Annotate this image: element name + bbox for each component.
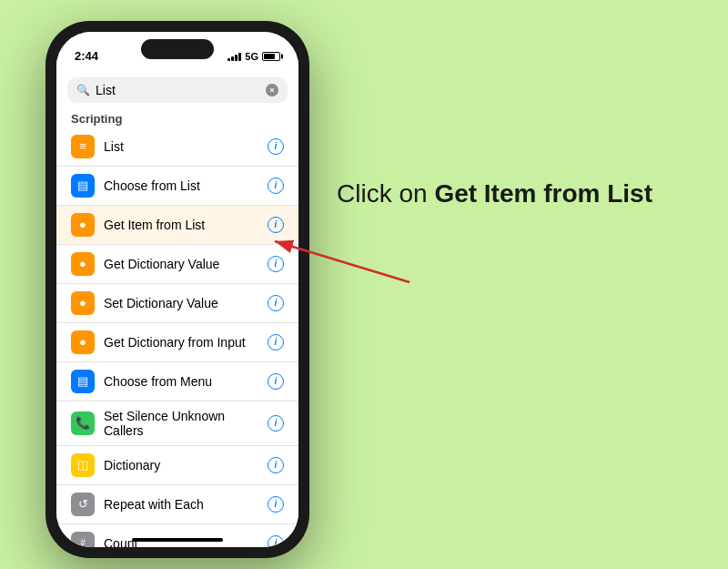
get-item-icon: ● — [71, 213, 95, 237]
item-label-get-item-from-list: Get Item from List — [104, 218, 268, 232]
phone-frame: 2:44 5G 🔍 List × Scripting — [46, 21, 309, 558]
choose-menu-icon: ▤ — [71, 370, 95, 393]
info-button-dictionary[interactable]: i — [268, 457, 284, 473]
list-item[interactable]: ● Get Item from List i — [56, 206, 298, 245]
choose-from-list-icon: ▤ — [71, 174, 95, 198]
item-label-dictionary: Dictionary — [104, 458, 268, 472]
list-item[interactable]: ◫ Dictionary i — [56, 446, 298, 485]
list-item[interactable]: ▤ Choose from Menu i — [56, 362, 298, 401]
info-button-set-dict-value[interactable]: i — [268, 295, 284, 311]
list-icon: ≡ — [71, 135, 95, 158]
info-button-list[interactable]: i — [268, 138, 284, 155]
list-item[interactable]: ▤ Choose from List i — [56, 167, 298, 206]
list-item[interactable]: ≡ List i — [56, 127, 298, 167]
signal-bars — [228, 52, 241, 61]
info-button-count[interactable]: i — [268, 535, 284, 547]
repeat-icon: ↺ — [71, 493, 95, 516]
item-label-choose-from-list: Choose from List — [104, 178, 268, 193]
search-icon: 🔍 — [76, 84, 90, 97]
list-item[interactable]: 📞 Set Silence Unknown Callers i — [56, 401, 298, 446]
count-icon: # — [71, 532, 95, 547]
dictionary-icon: ◫ — [71, 453, 95, 477]
info-button-silence[interactable]: i — [268, 415, 284, 432]
info-button-choose-from-list[interactable]: i — [268, 178, 284, 194]
info-button-get-item[interactable]: i — [268, 217, 284, 233]
get-dict-value-icon: ● — [71, 252, 95, 276]
status-time: 2:44 — [75, 49, 98, 63]
search-input-value[interactable]: List — [96, 83, 260, 97]
get-dict-input-icon: ● — [71, 330, 95, 354]
item-label-silence-callers: Set Silence Unknown Callers — [104, 409, 268, 438]
status-right: 5G — [228, 51, 280, 62]
annotation-text-container: Click on Get Item from List — [337, 178, 692, 210]
set-dict-value-icon: ● — [71, 291, 95, 315]
annotation-normal-text: Click on — [337, 179, 434, 208]
item-label-repeat: Repeat with Each — [104, 497, 268, 512]
info-button-repeat[interactable]: i — [268, 496, 284, 513]
search-bar[interactable]: 🔍 List × — [67, 77, 288, 103]
list-item[interactable]: # Count i — [56, 524, 298, 547]
list-item[interactable]: ↺ Repeat with Each i — [56, 485, 298, 524]
section-header-scripting: Scripting — [56, 107, 298, 127]
annotation-text: Click on Get Item from List — [337, 178, 692, 210]
item-label-choose-menu: Choose from Menu — [104, 374, 268, 389]
item-label-set-dict-value: Set Dictionary Value — [104, 296, 268, 310]
list-item[interactable]: ● Get Dictionary Value i — [56, 245, 298, 284]
info-button-choose-menu[interactable]: i — [268, 373, 284, 390]
info-button-get-dict-input[interactable]: i — [268, 334, 284, 351]
search-clear-button[interactable]: × — [266, 84, 278, 97]
home-indicator — [132, 538, 223, 542]
network-indicator: 5G — [245, 51, 258, 62]
item-label-get-dict-value: Get Dictionary Value — [104, 257, 268, 271]
list-item[interactable]: ● Set Dictionary Value i — [56, 284, 298, 323]
item-label-list: List — [104, 139, 268, 154]
status-bar: 2:44 5G — [56, 32, 298, 72]
dynamic-island — [141, 39, 214, 59]
info-button-get-dict-value[interactable]: i — [268, 256, 284, 272]
battery-icon — [262, 52, 280, 61]
phone-screen: 2:44 5G 🔍 List × Scripting — [56, 32, 298, 547]
silence-callers-icon: 📞 — [71, 412, 95, 435]
list-item[interactable]: ● Get Dictionary from Input i — [56, 323, 298, 362]
annotation-bold-text: Get Item from List — [434, 179, 652, 208]
item-label-get-dict-input: Get Dictionary from Input — [104, 335, 268, 350]
